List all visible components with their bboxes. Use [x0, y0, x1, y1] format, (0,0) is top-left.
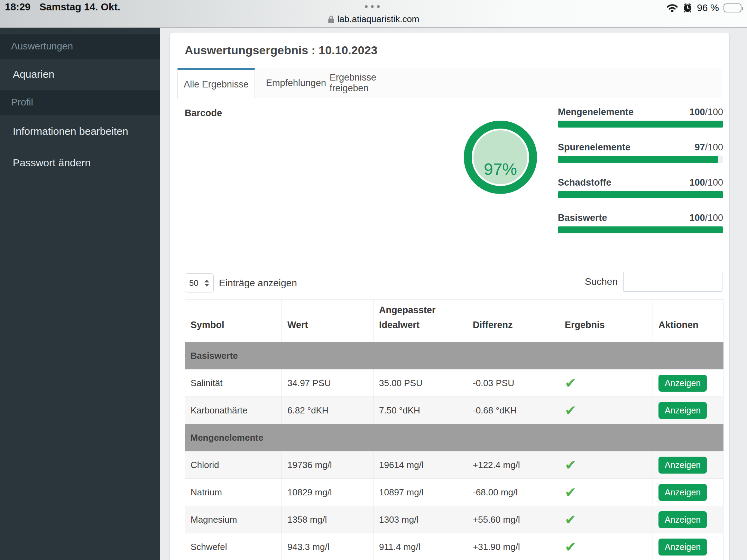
anzeigen-button[interactable]: Anzeigen — [658, 457, 707, 474]
cell-idealwert: 35.00 PSU — [374, 370, 467, 397]
sidebar-item-aquarien[interactable]: Aquarien — [0, 59, 160, 90]
search-input[interactable] — [623, 272, 722, 292]
col-header-wert: Wert — [282, 300, 374, 342]
cell-wert: 10829 mg/l — [282, 479, 374, 506]
score-progressbar — [558, 191, 723, 198]
score-item-spurenelemente: Spurenelemente 97/100 — [558, 142, 723, 163]
tab-empfehlungen[interactable]: Empfehlungen — [262, 68, 330, 98]
check-ok-icon: ✔ — [565, 375, 577, 391]
sidebar-section-auswertungen[interactable]: Auswertungen — [0, 34, 160, 59]
page-size-select[interactable]: 50 — [185, 273, 214, 292]
cell-symbol: Karbonathärte — [185, 397, 282, 424]
address-bar[interactable]: lab.atiaquaristik.com — [0, 14, 747, 25]
barcode-label: Barcode — [185, 108, 222, 119]
check-ok-icon: ✔ — [565, 484, 577, 500]
score-points: 97 — [694, 142, 705, 152]
col-header-differenz: Differenz — [467, 300, 559, 342]
col-header-idealwert: Angepasster Idealwert — [374, 300, 467, 342]
sidebar-item-label: Aquarien — [13, 68, 54, 80]
anzeigen-button[interactable]: Anzeigen — [658, 539, 707, 556]
group-header-mengenelemente: Mengenelemente — [185, 424, 723, 451]
tab-label: Empfehlungen — [266, 78, 326, 88]
cell-differenz: +122.4 mg/l — [467, 451, 559, 479]
cell-symbol: Salinität — [185, 370, 282, 397]
table-row-magnesium: Magnesium 1358 mg/l 1303 mg/l +55.60 mg/… — [185, 506, 723, 533]
cell-differenz: +31.90 mg/l — [467, 533, 559, 560]
donut-inner-disc: 97% — [473, 130, 527, 184]
sidebar-section-profil[interactable]: Profil — [0, 90, 160, 115]
check-ok-icon: ✔ — [565, 457, 577, 473]
cell-differenz: -0.68 °dKH — [467, 397, 559, 424]
check-ok-icon: ✔ — [565, 512, 577, 528]
search-group: Suchen — [585, 272, 722, 292]
cell-idealwert: 10897 mg/l — [374, 479, 467, 506]
sidebar-item-informationen-bearbeiten[interactable]: Informationen bearbeiten — [0, 115, 160, 148]
cell-idealwert: 7.50 °dKH — [374, 397, 467, 424]
cell-differenz: -0.03 PSU — [467, 370, 559, 397]
tab-ergebnisse-freigeben[interactable]: Ergebnisse freigeben — [330, 68, 413, 98]
chevron-updown-icon — [204, 280, 209, 287]
lock-icon — [328, 15, 334, 24]
cell-differenz: +55.60 mg/l — [467, 506, 559, 533]
url-text: lab.atiaquaristik.com — [338, 14, 419, 25]
battery-icon — [723, 3, 741, 12]
score-progress-fill — [558, 121, 723, 128]
score-progressbar — [558, 156, 723, 163]
alarm-icon — [683, 3, 692, 13]
cell-symbol: Schwefel — [185, 533, 282, 560]
score-progress-fill — [558, 191, 723, 198]
tab-alle-ergebnisse[interactable]: Alle Ergebnisse — [177, 68, 255, 99]
score-progress-fill — [558, 226, 723, 233]
sidebar-spacer — [0, 28, 160, 34]
score-label: Basiswerte — [558, 213, 607, 223]
cell-idealwert: 1303 mg/l — [374, 506, 467, 533]
tab-label: Ergebnisse freigeben — [330, 72, 413, 94]
status-right: 96 % — [666, 2, 741, 14]
score-label: Mengenelemente — [558, 107, 634, 118]
sidebar-item-label: Passwort ändern — [13, 157, 91, 169]
tab-overview-dots-button[interactable]: ••• — [0, 1, 747, 12]
cell-differenz: -68.00 mg/l — [467, 479, 559, 506]
score-label: Schadstoffe — [558, 177, 611, 188]
tab-strip: Alle Ergebnisse Empfehlungen Ergebnisse … — [177, 68, 722, 98]
score-item-basiswerte: Basiswerte 100/100 — [558, 213, 723, 233]
page-size-value: 50 — [189, 278, 199, 288]
score-progress-fill — [558, 156, 718, 163]
score-points: 100 — [689, 213, 705, 223]
score-value: 100/100 — [689, 107, 723, 118]
cell-wert: 943.3 mg/l — [282, 533, 374, 560]
sidebar-item-passwort-aendern[interactable]: Passwort ändern — [0, 148, 160, 178]
entries-label: Einträge anzeigen — [219, 278, 297, 289]
anzeigen-button[interactable]: Anzeigen — [658, 511, 707, 528]
anzeigen-button[interactable]: Anzeigen — [658, 375, 707, 392]
score-value: 100/100 — [689, 213, 723, 223]
cell-wert: 19736 mg/l — [282, 451, 374, 479]
page-size-group: 50 Einträge anzeigen — [185, 273, 297, 292]
battery-percentage: 96 % — [697, 2, 719, 13]
cell-symbol: Chlorid — [185, 451, 282, 479]
cell-wert: 6.82 °dKH — [282, 397, 374, 424]
cell-symbol: Magnesium — [185, 506, 282, 533]
score-list: Mengenelemente 100/100 Spurenelemente 97… — [558, 107, 723, 248]
sidebar: Auswertungen Aquarien Profil Information… — [0, 28, 160, 560]
check-ok-icon: ✔ — [565, 539, 577, 555]
check-ok-icon: ✔ — [565, 402, 577, 418]
group-header-label: Basiswerte — [185, 342, 723, 370]
group-header-basiswerte: Basiswerte — [185, 342, 723, 370]
anzeigen-button[interactable]: Anzeigen — [658, 484, 707, 501]
table-row-salinitaet: Salinität 34.97 PSU 35.00 PSU -0.03 PSU … — [185, 370, 723, 397]
table-row-chlorid: Chlorid 19736 mg/l 19614 mg/l +122.4 mg/… — [185, 451, 723, 479]
sidebar-section-label: Profil — [11, 97, 33, 108]
score-item-mengenelemente: Mengenelemente 100/100 — [558, 107, 723, 128]
anzeigen-button[interactable]: Anzeigen — [658, 402, 707, 419]
score-total: /100 — [705, 142, 723, 152]
score-total: /100 — [705, 107, 723, 117]
score-progressbar — [558, 121, 723, 128]
sidebar-item-label: Informationen bearbeiten — [13, 125, 128, 137]
table-row-schwefel: Schwefel 943.3 mg/l 911.4 mg/l +31.90 mg… — [185, 533, 723, 560]
browser-toolbar: 18:29 Samstag 14. Okt. ••• lab.atiaquari… — [0, 0, 747, 28]
cell-wert: 1358 mg/l — [282, 506, 374, 533]
results-table: Symbol Wert Angepasster Idealwert Differ… — [185, 299, 723, 560]
sidebar-section-label: Auswertungen — [11, 41, 73, 52]
score-progressbar — [558, 226, 723, 233]
